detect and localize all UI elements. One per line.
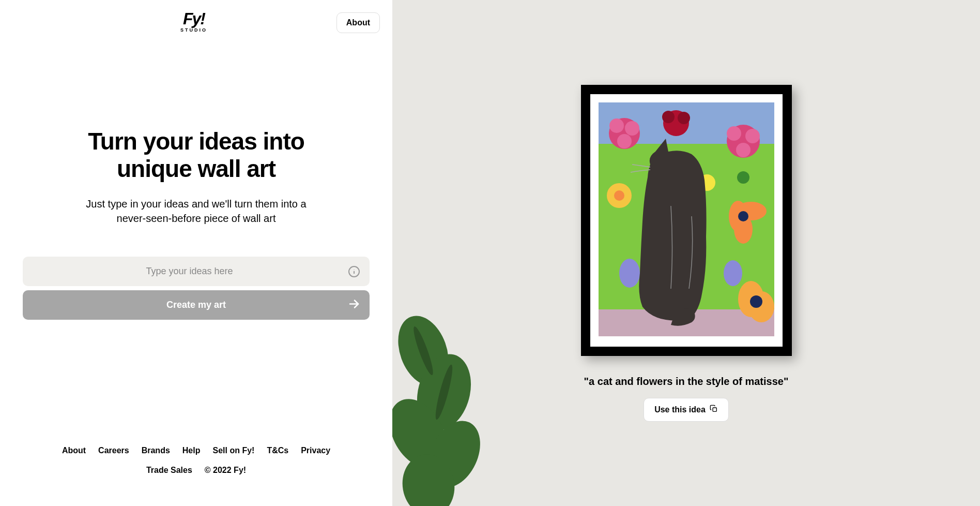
footer-link-brands[interactable]: Brands — [142, 446, 170, 455]
footer-link-help[interactable]: Help — [182, 446, 201, 455]
svg-point-37 — [737, 171, 749, 184]
arrow-right-icon — [348, 297, 360, 312]
artwork-frame — [581, 85, 792, 356]
footer-link-sell[interactable]: Sell on Fy! — [212, 446, 254, 455]
page-title: Turn your ideas into unique wall art — [88, 128, 304, 183]
create-art-button[interactable]: Create my art — [23, 290, 370, 320]
svg-point-15 — [609, 118, 624, 133]
input-container — [23, 257, 370, 286]
svg-rect-38 — [713, 408, 716, 411]
footer-copyright: © 2022 Fy! — [205, 466, 246, 475]
artwork-image — [599, 102, 774, 336]
artwork-mat — [590, 94, 783, 347]
svg-point-20 — [678, 112, 690, 124]
svg-point-19 — [662, 111, 675, 123]
left-panel: Fy! STUDIO About Turn your ideas into un… — [0, 0, 392, 506]
svg-point-24 — [736, 143, 751, 157]
svg-point-34 — [619, 259, 640, 288]
title-line-1: Turn your ideas into — [88, 128, 304, 155]
svg-point-33 — [750, 295, 762, 308]
svg-point-35 — [724, 260, 742, 286]
idea-input[interactable] — [23, 257, 370, 286]
footer-link-privacy[interactable]: Privacy — [301, 446, 330, 455]
use-idea-label: Use this idea — [654, 405, 706, 414]
main-content: Turn your ideas into unique wall art Jus… — [12, 2, 380, 446]
title-line-2: unique wall art — [117, 155, 275, 182]
page-subtitle: Just type in your ideas and we'll turn t… — [78, 197, 315, 226]
footer-link-about[interactable]: About — [62, 446, 86, 455]
artwork-caption: "a cat and flowers in the style of matis… — [584, 376, 789, 388]
svg-point-26 — [614, 190, 624, 201]
footer-link-tcs[interactable]: T&Cs — [267, 446, 288, 455]
svg-point-30 — [738, 211, 748, 221]
footer: About Careers Brands Help Sell on Fy! T&… — [12, 446, 380, 496]
use-idea-button[interactable]: Use this idea — [644, 398, 729, 422]
create-button-label: Create my art — [166, 300, 226, 310]
about-button[interactable]: About — [336, 12, 380, 33]
footer-link-trade[interactable]: Trade Sales — [146, 466, 192, 475]
svg-point-17 — [617, 134, 632, 148]
footer-link-careers[interactable]: Careers — [98, 446, 129, 455]
svg-point-22 — [727, 126, 741, 141]
svg-point-23 — [745, 129, 760, 143]
plant-decoration — [392, 299, 496, 506]
svg-point-16 — [625, 121, 639, 136]
svg-point-32 — [748, 291, 774, 322]
copy-icon — [710, 405, 718, 415]
preview-panel: "a cat and flowers in the style of matis… — [392, 0, 980, 506]
info-icon[interactable] — [348, 265, 360, 278]
